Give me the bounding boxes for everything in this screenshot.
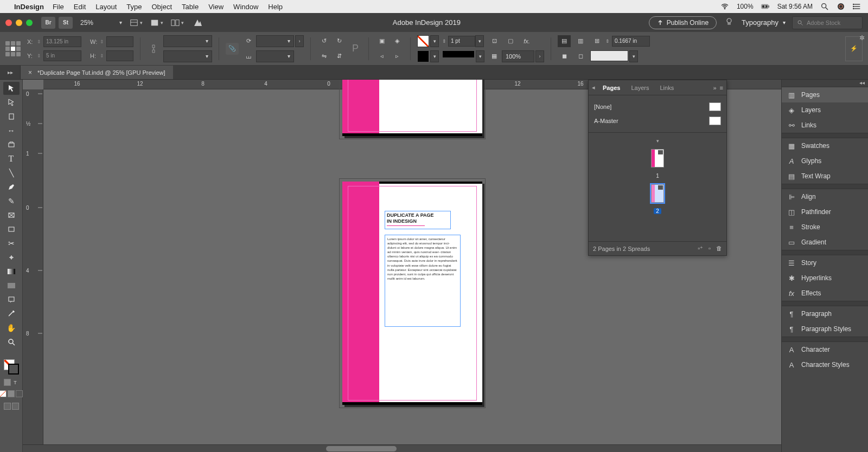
master-a-thumb[interactable] — [709, 117, 721, 125]
fit-frame-icon[interactable]: ⊡ — [488, 35, 501, 47]
prev-object-icon[interactable]: ◃ — [375, 50, 388, 62]
menubar-table[interactable]: Table — [182, 3, 199, 11]
adobe-stock-search[interactable]: Adobe Stock — [792, 16, 863, 29]
dock-stroke[interactable]: ≡Stroke — [782, 219, 868, 235]
arrange-button[interactable]: ▾ — [171, 17, 184, 29]
flip-v-icon[interactable]: ⇵ — [333, 50, 346, 62]
apply-color-row[interactable] — [0, 390, 23, 397]
note-tool[interactable] — [3, 293, 20, 306]
panel-menu-icon[interactable]: ≡ — [720, 85, 723, 91]
dock-story[interactable]: ☰Story — [782, 255, 868, 270]
opacity-icon[interactable]: ▦ — [488, 50, 501, 62]
menubar-edit[interactable]: Edit — [74, 3, 86, 11]
select-content-icon[interactable]: ◈ — [391, 35, 404, 47]
gpu-preview-icon[interactable] — [192, 17, 205, 29]
menubar-view[interactable]: View — [208, 3, 224, 11]
flip-h-icon[interactable]: ⇋ — [317, 50, 330, 62]
siri-icon[interactable] — [837, 2, 845, 11]
menubar-window[interactable]: Window — [233, 3, 258, 11]
direct-selection-tool[interactable] — [3, 96, 20, 109]
close-window[interactable] — [5, 20, 12, 26]
menubar-object[interactable]: Object — [152, 3, 173, 11]
dock-layers[interactable]: ◈Layers — [782, 102, 868, 118]
dock-character-styles[interactable]: ACharacter Styles — [782, 357, 868, 372]
stroke-style-drop[interactable]: ▾ — [476, 50, 484, 62]
pencil-tool[interactable]: ✎ — [3, 195, 20, 208]
corner-shape[interactable] — [590, 50, 628, 61]
workspace-switcher[interactable]: Typography ▾ — [742, 18, 786, 27]
fill-drop[interactable]: ▾ — [430, 35, 439, 47]
y-input[interactable]: 5 in — [43, 50, 81, 61]
edit-page-size-icon[interactable]: ▫⁺ — [698, 245, 703, 252]
dock-hyperlinks[interactable]: ✱Hyperlinks — [782, 270, 868, 286]
dock-textwrap[interactable]: ▤Text Wrap — [782, 169, 868, 184]
rectangle-frame-tool[interactable] — [3, 209, 20, 222]
stroke-style[interactable] — [442, 50, 475, 58]
pen-tool[interactable] — [3, 180, 20, 193]
corner-options-icon[interactable]: ⊞ — [590, 35, 603, 47]
page-thumb-1[interactable] — [651, 149, 664, 167]
line-tool[interactable]: ╲ — [3, 166, 20, 179]
rotate-ccw-icon[interactable]: ↺ — [317, 35, 330, 47]
fill-stroke-toggle[interactable] — [4, 359, 19, 374]
scissors-tool[interactable]: ✂ — [3, 237, 20, 250]
heading-text-frame[interactable]: DUPLICATE A PAGE IN INDESIGN — [385, 211, 451, 229]
select-container-icon[interactable]: ▣ — [375, 35, 388, 47]
publish-online-button[interactable]: Publish Online — [649, 16, 717, 29]
next-object-icon[interactable]: ▹ — [391, 50, 404, 62]
format-container-text[interactable]: T — [4, 379, 19, 386]
document-canvas[interactable]: 16 12 8 4 0 4 8 12 16 0 ½ 1 0 4 8 — [23, 80, 781, 452]
dock-align[interactable]: ⊫Align — [782, 189, 868, 204]
dock-pages[interactable]: ▥Pages — [782, 87, 868, 102]
master-none[interactable]: [None] — [594, 104, 611, 110]
dock-glyphs[interactable]: AGlyphs — [782, 153, 868, 169]
vertical-ruler[interactable]: 0 ½ 1 0 4 8 — [23, 89, 43, 452]
free-transform-tool[interactable] — [3, 251, 20, 264]
menubar-help[interactable]: Help — [268, 3, 283, 11]
rectangle-tool[interactable] — [3, 223, 20, 236]
page-2[interactable]: DUPLICATE A PAGE IN INDESIGN Lorem ipsum… — [342, 182, 482, 405]
panel-toggle-icon[interactable]: ▸▸ — [0, 66, 21, 79]
stock-button[interactable]: St — [59, 17, 73, 29]
dock-effects[interactable]: fxEffects — [782, 286, 868, 301]
shear-icon[interactable]: ⧢ — [242, 50, 255, 62]
document-tab[interactable]: × *Duplicate Page Tut.indd @ 25% [GPU Pr… — [21, 66, 173, 79]
master-a[interactable]: A-Master — [594, 118, 618, 124]
rotate-cw-icon[interactable]: ↻ — [333, 35, 346, 47]
gradient-swatch-tool[interactable] — [3, 265, 20, 278]
eyedropper-tool[interactable] — [3, 307, 20, 320]
selection-tool[interactable] — [3, 82, 20, 95]
drop-shadow-icon[interactable]: ◼ — [558, 50, 571, 62]
view-options-2[interactable]: ▾ — [150, 17, 163, 29]
page-thumb-2[interactable] — [651, 184, 664, 203]
stroke-swatch[interactable] — [417, 50, 429, 62]
type-tool[interactable]: T — [3, 152, 20, 165]
new-page-icon[interactable]: ▫ — [709, 245, 711, 252]
rotate-dropdown[interactable]: ▾ — [256, 35, 294, 47]
maximize-window[interactable] — [26, 20, 33, 26]
horizontal-scrollbar[interactable] — [23, 444, 781, 452]
menubar-layout[interactable]: Layout — [95, 3, 117, 11]
pages-tab[interactable]: Pages — [597, 80, 626, 95]
spread-1[interactable] — [342, 80, 482, 136]
zoom-level[interactable]: 25% — [80, 19, 113, 27]
pasteboard[interactable]: DUPLICATE A PAGE IN INDESIGN Lorem ipsum… — [43, 89, 781, 452]
fill-swatch[interactable] — [417, 35, 429, 47]
w-input[interactable] — [106, 36, 133, 47]
dock-character[interactable]: ACharacter — [782, 342, 868, 357]
dock-swatches[interactable]: ▦Swatches — [782, 138, 868, 153]
stroke-drop[interactable]: ▾ — [430, 50, 439, 62]
attachment-icon[interactable]: 📎 — [226, 43, 239, 55]
collapse-panel-icon[interactable]: » — [713, 85, 716, 91]
menubar-type[interactable]: Type — [126, 3, 142, 11]
stroke-weight-input[interactable]: 1 pt — [448, 36, 475, 47]
zoom-dropdown-icon[interactable]: ▾ — [119, 20, 122, 25]
menubar-appname[interactable]: InDesign — [14, 3, 44, 11]
page-1[interactable] — [342, 80, 482, 136]
reference-point-grid[interactable] — [5, 41, 21, 56]
pages-panel[interactable]: ◂ Pages Layers Links » ≡ [None] A-Master… — [588, 80, 727, 256]
scale-x-dropdown[interactable]: ▾ — [163, 35, 212, 47]
scale-y-dropdown[interactable]: ▾ — [163, 50, 212, 62]
gradient-feather-tool[interactable] — [3, 279, 20, 292]
scrollbar-thumb[interactable] — [326, 446, 397, 451]
